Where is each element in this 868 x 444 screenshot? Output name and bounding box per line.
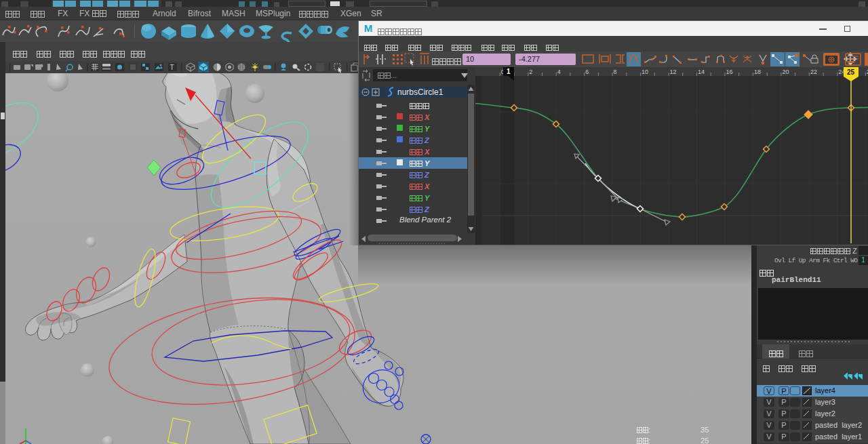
svg-text:2: 2 — [529, 68, 532, 75]
svg-text:4: 4 — [557, 68, 561, 75]
svg-text:12: 12 — [670, 68, 677, 75]
svg-text:22: 22 — [810, 68, 817, 75]
svg-text:10: 10 — [642, 68, 648, 75]
svg-text:20: 20 — [782, 68, 789, 75]
svg-text:T: T — [170, 64, 174, 71]
svg-text:1: 1 — [507, 68, 511, 75]
svg-text:18: 18 — [754, 68, 761, 75]
svg-text:14: 14 — [698, 68, 705, 75]
svg-text:16: 16 — [726, 68, 733, 75]
svg-text:25: 25 — [847, 68, 855, 76]
svg-text:8: 8 — [614, 68, 617, 75]
svg-text:6: 6 — [585, 68, 589, 75]
